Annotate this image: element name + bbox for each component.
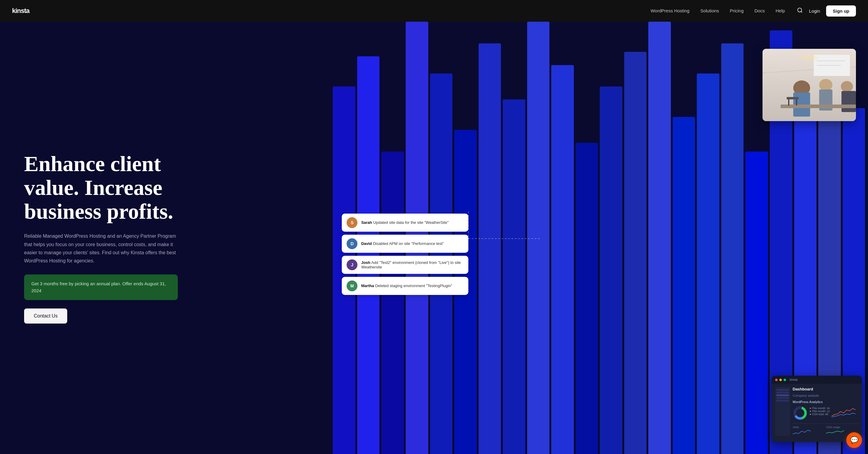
- nav-actions: Login Sign up: [797, 5, 856, 17]
- chat-bubble-button[interactable]: 💬: [846, 432, 862, 448]
- logo-text: kinsta: [12, 7, 30, 14]
- nav-link-docs[interactable]: Docs: [754, 8, 765, 13]
- vertical-bar-12: [624, 52, 647, 454]
- vertical-bar-3: [406, 22, 428, 454]
- vertical-bar-13: [648, 22, 671, 454]
- nav-links: WordPress Hosting Solutions Pricing Docs…: [651, 8, 785, 13]
- nav-link-wordpress-hosting[interactable]: WordPress Hosting: [651, 8, 689, 13]
- vertical-bar-1: [357, 56, 380, 454]
- search-icon: [797, 7, 803, 13]
- vertical-bar-15: [697, 73, 719, 454]
- nav-item-docs[interactable]: Docs: [754, 8, 765, 13]
- vertical-bar-8: [527, 22, 550, 454]
- vertical-bar-18: [770, 30, 792, 454]
- vertical-bar-17: [745, 152, 768, 454]
- offer-banner: Get 3 months free by picking an annual p…: [24, 274, 178, 300]
- svg-point-0: [798, 8, 802, 12]
- vertical-bar-20: [818, 56, 841, 454]
- nav-item-pricing[interactable]: Pricing: [730, 8, 744, 13]
- search-button[interactable]: [797, 7, 803, 15]
- hero-section: Enhance client value. Increase business …: [0, 22, 868, 454]
- vertical-bar-19: [794, 87, 817, 454]
- vertical-bar-16: [721, 43, 744, 454]
- nav-item-wordpress-hosting[interactable]: WordPress Hosting: [651, 8, 689, 13]
- nav-item-solutions[interactable]: Solutions: [701, 8, 719, 13]
- hero-title: Enhance client value. Increase business …: [24, 152, 181, 224]
- login-button[interactable]: Login: [809, 8, 820, 13]
- chat-icon: 💬: [850, 436, 858, 444]
- nav-link-pricing[interactable]: Pricing: [730, 8, 744, 13]
- signup-button[interactable]: Sign up: [826, 5, 856, 17]
- vertical-bar-21: [843, 108, 865, 454]
- vertical-bar-6: [478, 43, 501, 454]
- vertical-bar-11: [600, 87, 622, 454]
- vertical-bar-2: [381, 152, 404, 454]
- svg-line-1: [801, 11, 802, 12]
- hero-content: Enhance client value. Increase business …: [0, 134, 199, 342]
- navbar: kinsta WordPress Hosting Solutions Prici…: [0, 0, 868, 22]
- contact-us-button[interactable]: Contact Us: [24, 309, 67, 324]
- vertical-bar-14: [673, 117, 695, 454]
- logo[interactable]: kinsta: [12, 7, 30, 15]
- nav-item-help[interactable]: Help: [775, 8, 785, 13]
- vertical-bar-10: [576, 143, 598, 454]
- vertical-bar-9: [551, 65, 574, 454]
- vertical-bar-5: [454, 130, 477, 454]
- hero-description: Reliable Managed WordPress Hosting and a…: [24, 232, 181, 265]
- vertical-bar-7: [503, 99, 525, 454]
- bars-background: [330, 22, 868, 454]
- vertical-bar-4: [430, 73, 453, 454]
- nav-link-solutions[interactable]: Solutions: [701, 8, 719, 13]
- nav-link-help[interactable]: Help: [775, 8, 785, 13]
- vertical-bar-0: [333, 87, 355, 454]
